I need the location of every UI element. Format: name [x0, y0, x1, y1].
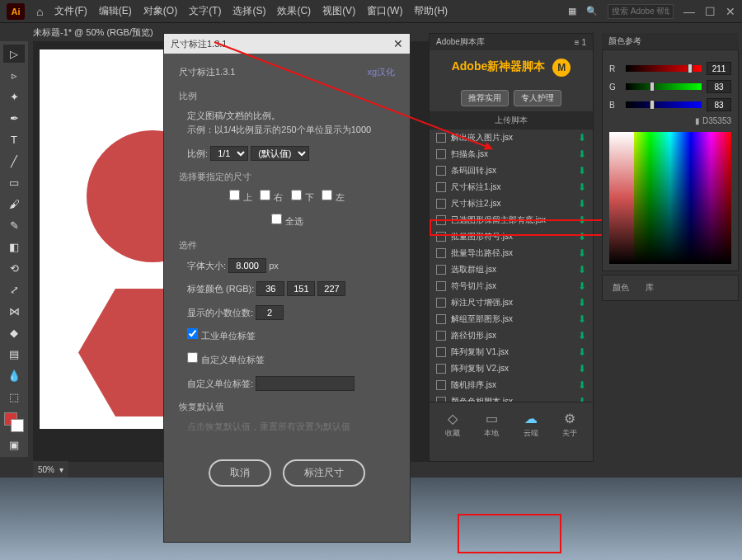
script-item[interactable]: 已选图形保留主部有底.jsx⬇ [430, 212, 593, 228]
dialog-titlebar[interactable]: 尺寸标注1.3.1 ✕ [164, 34, 410, 54]
chk-industrial[interactable]: 工业单位标签 [187, 331, 256, 341]
script-item[interactable]: 解出嵌入图片.jsx⬇ [430, 129, 593, 146]
script-item[interactable]: 阵列复制 V2.jsx⬇ [430, 360, 593, 377]
footer-favorites[interactable]: ◇收藏 [445, 411, 460, 439]
hex-value[interactable]: D35353 [702, 116, 731, 125]
script-item[interactable]: 标注尺寸增强.jsx⬇ [430, 294, 593, 311]
script-item[interactable]: 符号切片.jsx⬇ [430, 278, 593, 294]
menu-effect[interactable]: 效果(C) [277, 4, 311, 18]
shape-builder-tool[interactable]: ◆ [3, 323, 25, 341]
screen-mode-tool[interactable]: ▣ [3, 435, 25, 454]
download-icon[interactable]: ⬇ [578, 297, 586, 308]
type-tool[interactable]: T [3, 130, 25, 148]
chk-right[interactable]: 右 [260, 192, 283, 202]
menu-select[interactable]: 选择(S) [232, 4, 265, 18]
selection-tool[interactable]: ▷ [3, 45, 25, 63]
scale-default-select[interactable]: (默认值) [251, 146, 309, 161]
download-icon[interactable]: ⬇ [578, 247, 586, 259]
script-item[interactable]: 随机排序.jsx⬇ [430, 377, 593, 393]
download-icon[interactable]: ⬇ [578, 396, 586, 402]
download-icon[interactable]: ⬇ [578, 214, 586, 226]
decimals-input[interactable] [256, 305, 284, 320]
script-item[interactable]: 尺寸标注1.jsx⬇ [430, 179, 593, 195]
fontsize-input[interactable] [228, 258, 266, 273]
download-icon[interactable]: ⬇ [578, 231, 586, 242]
custom-unit-input[interactable] [256, 376, 355, 391]
pencil-tool[interactable]: ✎ [3, 216, 25, 234]
color-swatches[interactable] [4, 412, 24, 432]
scripts-upload-header[interactable]: 上传脚本 [430, 111, 593, 129]
script-item[interactable]: 扫描条.jsx⬇ [430, 146, 593, 162]
script-item[interactable]: 路径切形.jsx⬇ [430, 327, 593, 344]
rotate-tool[interactable]: ⟲ [3, 259, 25, 277]
width-tool[interactable]: ⋈ [3, 302, 25, 320]
scripts-panel-tab[interactable]: Adobe脚本库≡ 1 [430, 34, 593, 50]
direct-selection-tool[interactable]: ▹ [3, 66, 25, 84]
magic-wand-tool[interactable]: ✦ [3, 87, 25, 106]
pen-tool[interactable]: ✒ [3, 109, 25, 127]
script-item[interactable]: 条码回转.jsx⬇ [430, 162, 593, 179]
color-b-input[interactable] [317, 281, 345, 296]
scale-select[interactable]: 1/1 [210, 146, 248, 161]
tab-library[interactable]: 库 [646, 282, 654, 294]
menu-edit[interactable]: 编辑(E) [99, 4, 132, 18]
minimize-icon[interactable]: — [683, 5, 695, 18]
download-icon[interactable]: ⬇ [578, 379, 586, 391]
search-input[interactable] [608, 4, 674, 19]
menu-object[interactable]: 对象(O) [143, 4, 177, 18]
script-item[interactable]: 尺寸标注2.jsx⬇ [430, 195, 593, 212]
download-icon[interactable]: ⬇ [578, 181, 586, 193]
ok-button[interactable]: 标注尺寸 [283, 459, 365, 487]
footer-cloud[interactable]: ☁云端 [524, 411, 538, 439]
eyedropper-tool[interactable]: 💧 [3, 366, 25, 384]
download-icon[interactable]: ⬇ [578, 313, 586, 325]
chk-all[interactable]: 全选 [271, 216, 303, 226]
script-item[interactable]: 解组至部图形.jsx⬇ [430, 311, 593, 327]
document-title[interactable]: 未标题-1* @ 50% (RGB/预览) [33, 26, 153, 39]
eraser-tool[interactable]: ◧ [3, 238, 25, 256]
footer-local[interactable]: ▭本地 [484, 411, 499, 439]
script-item[interactable]: 选取群组.jsx⬇ [430, 261, 593, 278]
download-icon[interactable]: ⬇ [578, 346, 586, 358]
scale-tool[interactable]: ⤢ [3, 280, 25, 299]
tab-swatches[interactable]: 颜色 [613, 282, 629, 294]
dialog-translator-link[interactable]: xg汉化 [367, 65, 395, 80]
download-icon[interactable]: ⬇ [578, 264, 586, 275]
background-swatch[interactable] [11, 419, 24, 432]
search-icon[interactable]: 🔍 [586, 6, 598, 16]
script-item[interactable]: 批量导出路径.jsx⬇ [430, 245, 593, 261]
maximize-icon[interactable]: ☐ [705, 5, 716, 18]
color-r-input[interactable] [256, 281, 284, 296]
scripts-tab-pro[interactable]: 专人护理 [514, 90, 561, 106]
download-icon[interactable]: ⬇ [578, 363, 586, 374]
layout-icon[interactable]: ▦ [568, 6, 576, 16]
menu-help[interactable]: 帮助(H) [414, 4, 448, 18]
scripts-tab-recommended[interactable]: 推荐实用 [461, 90, 509, 106]
chk-left[interactable]: 左 [322, 192, 345, 202]
line-tool[interactable]: ╱ [3, 152, 25, 170]
b-slider[interactable] [626, 101, 702, 108]
footer-about[interactable]: ⚙关于 [562, 411, 577, 439]
download-icon[interactable]: ⬇ [578, 198, 586, 209]
chk-top[interactable]: 上 [229, 192, 252, 202]
script-item[interactable]: 阵列复制 V1.jsx⬇ [430, 344, 593, 360]
color-g-input[interactable] [287, 281, 315, 296]
download-icon[interactable]: ⬇ [578, 330, 586, 341]
brush-tool[interactable]: 🖌 [3, 195, 25, 213]
script-item[interactable]: 颜色色相脚本.jsx⬇ [430, 393, 593, 402]
download-icon[interactable]: ⬇ [578, 280, 586, 292]
menu-window[interactable]: 窗口(W) [367, 4, 402, 18]
chk-custom-unit[interactable]: 自定义单位标签 [187, 355, 265, 365]
scripts-list[interactable]: 解出嵌入图片.jsx⬇扫描条.jsx⬇条码回转.jsx⬇尺寸标注1.jsx⬇尺寸… [430, 129, 593, 402]
color-panel-tab[interactable]: 颜色参考 [602, 33, 739, 49]
menu-file[interactable]: 文件(F) [54, 4, 87, 18]
dialog-close-icon[interactable]: ✕ [393, 37, 403, 50]
g-value[interactable] [707, 80, 731, 93]
download-icon[interactable]: ⬇ [578, 148, 586, 160]
rectangle-tool[interactable]: ▭ [3, 173, 25, 191]
g-slider[interactable] [626, 83, 702, 90]
script-item[interactable]: 批量图形符号.jsx⬇ [430, 228, 593, 245]
home-icon[interactable]: ⌂ [36, 5, 43, 18]
download-icon[interactable]: ⬇ [578, 132, 586, 144]
gradient-tool[interactable]: ▤ [3, 345, 25, 363]
